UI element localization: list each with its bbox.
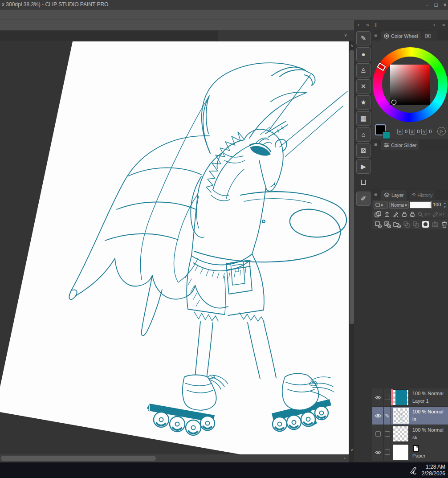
panel-menu-icon[interactable]: ≡ xyxy=(374,191,377,197)
layer-info: 100 % Normal xyxy=(412,390,444,397)
layer-row-paper[interactable]: Paper xyxy=(372,443,448,462)
material-3d-icon[interactable]: ● xyxy=(356,47,371,61)
layer-row-sk[interactable]: 100 % Normal sk xyxy=(372,425,448,443)
os-taskbar: 1:28 AM 2/28/2026 xyxy=(0,462,448,478)
thumbnail-sketch xyxy=(394,409,408,423)
decoration-pen-icon[interactable]: ✐ xyxy=(356,192,371,206)
transfer-to-lower-icon[interactable] xyxy=(403,221,410,228)
taskbar-time: 1:28 AM xyxy=(422,464,445,470)
tab-overflow-icon[interactable]: ∨ xyxy=(344,32,347,38)
layer-visibility-toggle[interactable] xyxy=(372,407,384,425)
dock-grip-icon[interactable]: ‖ xyxy=(375,22,377,28)
layer-checkbox[interactable] xyxy=(384,443,391,461)
lock-transparent-pixels-icon[interactable] xyxy=(410,211,415,217)
tab-color-set[interactable] xyxy=(422,31,437,41)
color-slider-tabbar: ≡ Color Slider xyxy=(372,139,448,150)
layer-name[interactable]: Layer 1 xyxy=(412,397,444,405)
layer-thumbnail[interactable] xyxy=(393,389,409,405)
layer-visibility-toggle[interactable] xyxy=(372,388,384,406)
color-wheel-body: H 0 S 0 V 0 ▷ xyxy=(372,41,448,139)
canvas-viewport[interactable] xyxy=(0,41,349,454)
layer-row-ln[interactable]: ✎ 100 % Normal ln xyxy=(372,407,448,425)
dock-expand-left-icon[interactable]: » xyxy=(366,22,369,28)
tab-history[interactable]: ⟲ History xyxy=(409,190,435,200)
eye-icon xyxy=(375,395,382,400)
paper-icon xyxy=(412,445,425,452)
delete-layer-icon[interactable] xyxy=(441,221,448,228)
layer-visibility-toggle[interactable] xyxy=(372,443,384,461)
vertical-scroll-thumb[interactable] xyxy=(350,50,354,324)
reference-layer-dropdown-icon[interactable]: ✕▾ xyxy=(418,212,430,217)
layer-visibility-toggle[interactable] xyxy=(372,425,384,443)
horizontal-scrollbar[interactable]: › xyxy=(0,454,349,462)
layer-thumbnail[interactable] xyxy=(393,408,409,424)
panel-menu-icon[interactable]: ≡ xyxy=(374,141,377,147)
layer-toolbar-row1: ✕▾ ✕▾ xyxy=(372,210,448,218)
s-readout-value: 0 xyxy=(417,129,419,134)
v-readout-icon: V xyxy=(421,129,427,135)
new-raster-layer-icon[interactable] xyxy=(375,221,382,228)
dock-collapse-right-icon[interactable]: › xyxy=(433,22,435,28)
layer-checkbox[interactable] xyxy=(384,388,391,406)
windows-ink-pen-icon[interactable] xyxy=(409,466,417,474)
new-folder-icon[interactable] xyxy=(393,221,401,228)
layer-row-layer1[interactable]: 100 % Normal Layer 1 xyxy=(372,388,448,407)
color-slider-tab-label: Color Slider xyxy=(391,143,416,148)
color-wheel-mode-icon[interactable]: ▷ xyxy=(437,127,446,135)
material-favorite-icon[interactable]: ★ xyxy=(356,95,371,110)
material-new-illustration-icon[interactable]: ✎ xyxy=(356,31,371,45)
layer-name[interactable]: ln xyxy=(412,416,444,423)
tab-color-slider[interactable]: Color Slider xyxy=(381,140,419,150)
opacity-value: 100 xyxy=(433,202,441,207)
material-monochrome-icon[interactable]: ✕ xyxy=(356,79,371,94)
layer-thumbnail[interactable] xyxy=(393,444,409,460)
layer-checkbox[interactable] xyxy=(384,425,391,443)
color-slider-panel: ≡ Color Slider RGB HSV CMY xyxy=(372,139,448,189)
sub-color-swatch[interactable] xyxy=(383,131,390,139)
ruler-dropdown-icon[interactable]: ✕▾ xyxy=(432,212,444,217)
taskbar-clock[interactable]: 1:28 AM 2/28/2026 xyxy=(422,464,445,477)
panel-menu-icon[interactable]: ≡ xyxy=(374,32,377,38)
minimize-button[interactable]: – xyxy=(423,1,431,9)
layer-palette-dropdown[interactable]: ▾ xyxy=(374,201,388,209)
tab-layer[interactable]: Layer xyxy=(381,190,407,200)
material-basket-icon[interactable]: ⊔ xyxy=(356,176,371,190)
layer-list: 100 % Normal Layer 1 ✎ xyxy=(372,388,448,462)
dock-expand-right-icon[interactable]: » xyxy=(442,22,445,28)
horizontal-scroll-thumb[interactable] xyxy=(1,456,156,461)
light-table-icon[interactable] xyxy=(384,211,390,217)
scroll-right-icon[interactable]: › xyxy=(341,455,348,462)
sv-cursor[interactable] xyxy=(391,100,396,105)
material-animation-icon[interactable]: ▶ xyxy=(356,159,371,174)
combine-to-lower-icon[interactable] xyxy=(412,221,419,228)
layer-info: 100 % Normal xyxy=(412,408,444,416)
layer-thumbnail[interactable] xyxy=(393,426,409,442)
draw-on-layer-icon[interactable] xyxy=(393,211,399,217)
window-title: x 300dpi 38.3%) - CLIP STUDIO PAINT PRO xyxy=(2,1,108,8)
document-tab-bar: ∨ xyxy=(0,30,355,41)
create-layer-mask-icon[interactable] xyxy=(422,221,429,228)
document-tab[interactable] xyxy=(0,31,218,41)
material-home-icon[interactable]: ⌂ xyxy=(356,127,371,142)
dock-collapse-left-icon[interactable]: ‹ xyxy=(358,22,359,28)
material-crossed-icon[interactable]: ⊠ xyxy=(356,143,371,158)
lock-layer-icon[interactable] xyxy=(402,211,407,217)
layer-name[interactable]: sk xyxy=(412,434,444,441)
layer-tab-label: Layer xyxy=(391,192,404,198)
apply-mask-icon[interactable] xyxy=(432,221,439,228)
material-pose-icon[interactable]: ♙ xyxy=(356,63,371,78)
layer-name[interactable]: Paper xyxy=(412,452,425,460)
blend-mode-dropdown[interactable]: Normal ▾ xyxy=(389,201,409,209)
close-button[interactable]: × xyxy=(441,1,448,9)
clip-to-layer-icon[interactable] xyxy=(375,211,381,217)
panels-column: ≡ Color Wheel xyxy=(372,30,448,462)
maximize-button[interactable]: □ xyxy=(432,1,440,9)
color-wheel-tabbar: ≡ Color Wheel xyxy=(372,30,448,41)
material-pattern-icon[interactable]: ▦ xyxy=(356,111,371,126)
tab-color-wheel[interactable]: Color Wheel xyxy=(381,31,421,41)
new-vector-layer-icon[interactable] xyxy=(384,221,391,228)
opacity-slider[interactable] xyxy=(410,201,432,208)
opacity-spinner[interactable]: ▴▾ xyxy=(443,201,447,209)
dock-header: ‹ » ‖ › » xyxy=(354,20,448,30)
sv-square[interactable] xyxy=(390,65,430,105)
